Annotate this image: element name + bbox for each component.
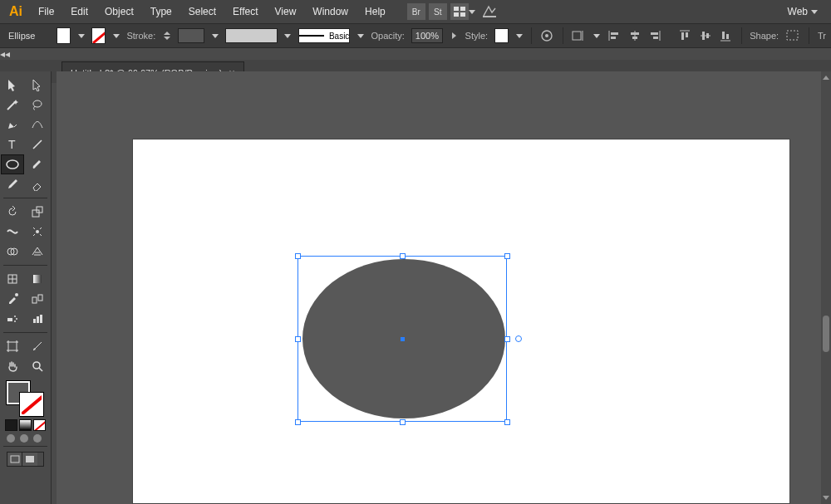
stock-button[interactable]: St xyxy=(429,3,447,20)
handle-n[interactable] xyxy=(400,253,406,259)
align-bottom-button[interactable] xyxy=(719,27,733,44)
fill-stroke-indicator[interactable] xyxy=(7,381,43,414)
align-to-dropdown[interactable] xyxy=(593,27,600,44)
svg-rect-9 xyxy=(611,37,616,39)
symbol-sprayer-tool[interactable] xyxy=(1,309,24,329)
pie-handle[interactable] xyxy=(515,335,522,342)
opacity-field[interactable]: 100% xyxy=(411,28,443,43)
screen-mode-normal[interactable] xyxy=(7,453,22,466)
ellipse-tool[interactable] xyxy=(1,154,24,174)
style-dropdown[interactable] xyxy=(515,27,523,44)
selection-center-point[interactable] xyxy=(401,337,405,341)
workspace-switcher[interactable]: Web xyxy=(779,2,826,21)
menu-object[interactable]: Object xyxy=(96,2,142,21)
arrange-documents-button[interactable] xyxy=(450,3,469,20)
brush-dropdown[interactable] xyxy=(284,27,292,44)
draw-inside[interactable] xyxy=(33,434,42,443)
shape-properties-button[interactable] xyxy=(785,27,800,44)
menu-file[interactable]: File xyxy=(30,2,62,21)
eraser-tool[interactable] xyxy=(26,174,49,194)
menu-type[interactable]: Type xyxy=(142,2,180,21)
scale-tool[interactable] xyxy=(26,202,49,222)
slice-tool[interactable] xyxy=(26,336,49,356)
handle-se[interactable] xyxy=(504,419,510,425)
column-graph-tool[interactable] xyxy=(26,309,49,329)
draw-behind[interactable] xyxy=(20,434,28,443)
handle-nw[interactable] xyxy=(295,253,301,259)
graphic-style-swatch[interactable] xyxy=(494,28,509,43)
stroke-swatch[interactable] xyxy=(91,27,106,44)
align-vcenter-button[interactable] xyxy=(698,27,712,44)
pen-tool[interactable] xyxy=(1,115,24,135)
vertical-scrollbar[interactable] xyxy=(821,71,831,504)
stroke-box[interactable] xyxy=(20,393,43,416)
shape-builder-tool[interactable] xyxy=(1,242,24,262)
scroll-track[interactable] xyxy=(821,83,831,492)
align-top-button[interactable] xyxy=(678,27,692,44)
artboard-tool[interactable] xyxy=(1,336,24,356)
handle-w[interactable] xyxy=(295,336,301,342)
handle-e[interactable] xyxy=(504,336,510,342)
curvature-tool[interactable] xyxy=(26,115,49,135)
selection-tool[interactable] xyxy=(1,75,24,95)
svg-rect-44 xyxy=(26,456,34,462)
magic-wand-tool[interactable] xyxy=(1,95,24,115)
zoom-tool[interactable] xyxy=(26,356,49,376)
canvas-area[interactable] xyxy=(57,71,821,504)
gradient-tool[interactable] xyxy=(26,269,49,289)
brush-definition[interactable] xyxy=(225,28,278,43)
stroke-weight-dropdown[interactable] xyxy=(211,27,219,44)
fill-swatch-dropdown[interactable] xyxy=(77,27,85,44)
profile-label: Basic xyxy=(329,32,349,41)
artboard[interactable] xyxy=(133,139,789,503)
menu-select[interactable]: Select xyxy=(180,2,224,21)
opacity-more[interactable] xyxy=(450,28,459,43)
handle-ne[interactable] xyxy=(504,253,510,259)
menu-window[interactable]: Window xyxy=(304,2,356,21)
scroll-down-button[interactable] xyxy=(821,492,831,504)
pencil-tool[interactable] xyxy=(1,174,24,194)
eyedropper-tool[interactable] xyxy=(1,289,24,309)
handle-sw[interactable] xyxy=(295,419,301,425)
blend-tool[interactable] xyxy=(26,289,49,309)
menu-edit[interactable]: Edit xyxy=(62,2,96,21)
bridge-button[interactable]: Br xyxy=(407,3,425,20)
variable-width-profile[interactable]: Basic xyxy=(298,28,351,43)
align-hcenter-button[interactable] xyxy=(627,27,642,44)
svg-rect-10 xyxy=(631,32,639,35)
handle-s[interactable] xyxy=(400,419,406,425)
type-tool[interactable]: T xyxy=(1,135,24,154)
menu-help[interactable]: Help xyxy=(356,2,394,21)
fill-swatch[interactable] xyxy=(57,27,71,44)
hand-tool[interactable] xyxy=(1,356,24,376)
rotate-tool[interactable] xyxy=(1,202,24,222)
stroke-weight-stepper[interactable] xyxy=(162,27,171,44)
lasso-tool[interactable] xyxy=(26,95,49,115)
scroll-up-button[interactable] xyxy=(821,71,831,83)
width-tool[interactable] xyxy=(1,222,24,242)
stroke-swatch-dropdown[interactable] xyxy=(112,27,120,44)
perspective-grid-tool[interactable] xyxy=(26,242,49,262)
direct-selection-tool[interactable] xyxy=(26,75,49,95)
mesh-tool[interactable] xyxy=(1,269,24,289)
align-right-button[interactable] xyxy=(648,27,662,44)
menu-view[interactable]: View xyxy=(267,2,305,21)
profile-dropdown[interactable] xyxy=(356,27,364,44)
screen-mode-buttons xyxy=(7,452,44,467)
panel-grip-icon[interactable]: ◂◂ xyxy=(0,48,831,60)
align-left-button[interactable] xyxy=(607,27,622,44)
color-mode-none[interactable] xyxy=(33,419,46,431)
color-mode-gradient[interactable] xyxy=(19,419,32,431)
gpu-preview-icon[interactable] xyxy=(480,3,499,20)
free-transform-tool[interactable] xyxy=(26,222,49,242)
recolor-artwork-button[interactable] xyxy=(540,27,554,44)
scroll-thumb[interactable] xyxy=(823,316,829,352)
draw-normal[interactable] xyxy=(7,434,15,443)
stroke-weight-field[interactable] xyxy=(178,28,204,43)
screen-mode-full-menu[interactable] xyxy=(22,453,37,466)
paintbrush-tool[interactable] xyxy=(26,154,49,174)
menu-effect[interactable]: Effect xyxy=(224,2,266,21)
line-segment-tool[interactable] xyxy=(26,135,49,154)
color-mode-solid[interactable] xyxy=(5,419,17,431)
align-to-button[interactable] xyxy=(571,27,586,44)
